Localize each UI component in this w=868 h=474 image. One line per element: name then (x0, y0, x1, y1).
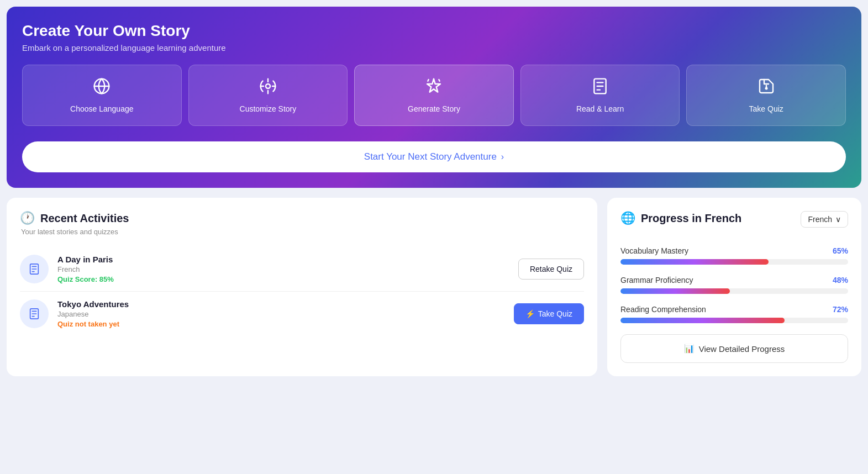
progress-label-row-2: Reading Comprehension 72% (620, 305, 848, 314)
activity-score-1: Quiz not taken yet (57, 320, 505, 328)
progress-label-0: Vocabulary Mastery (620, 246, 688, 255)
book-icon-1 (28, 308, 40, 320)
progress-item-2: Reading Comprehension 72% (620, 305, 848, 323)
activity-btn-label-0: Retake Quiz (530, 265, 572, 273)
bar-chart-icon: 📊 (684, 344, 695, 354)
activity-score-0: Quiz Score: 85% (57, 275, 509, 283)
progress-bars: Vocabulary Mastery 65% Grammar Proficien… (620, 246, 848, 323)
step-label-take-quiz: Take Quiz (749, 104, 783, 113)
activity-info-0: A Day in Paris French Quiz Score: 85% (57, 255, 509, 283)
progress-pct-0: 65% (833, 246, 848, 255)
activity-icon-wrap-1 (20, 299, 49, 328)
svg-point-7 (765, 88, 767, 89)
progress-bar-bg-1 (620, 288, 848, 294)
progress-label-1: Grammar Proficiency (620, 276, 693, 285)
view-progress-label: View Detailed Progress (699, 344, 785, 354)
step-icon-choose-language (93, 77, 111, 98)
step-icon-take-quiz (757, 77, 775, 98)
hero-title: Create Your Own Story (22, 22, 846, 40)
activity-btn-1[interactable]: ⚡ Take Quiz (514, 303, 584, 324)
step-label-customize-story: Customize Story (240, 104, 297, 113)
lightning-icon: ⚡ (525, 309, 535, 318)
activity-btn-0[interactable]: Retake Quiz (518, 259, 584, 280)
clock-icon: 🕐 (20, 211, 35, 225)
language-selector[interactable]: French ∨ (801, 211, 848, 228)
activity-btn-label-1: Take Quiz (538, 309, 572, 318)
lang-selector-label: French (808, 215, 832, 224)
progress-title-group: 🌐 Progress in French (620, 211, 741, 225)
step-icon-generate-story (425, 77, 443, 98)
progress-bar-bg-2 (620, 318, 848, 323)
activity-icon-wrap-0 (20, 255, 49, 283)
progress-bar-bg-0 (620, 259, 848, 265)
activity-lang-0: French (57, 265, 509, 273)
start-btn-chevron: › (501, 152, 504, 162)
progress-title: Progress in French (641, 212, 741, 225)
progress-label-2: Reading Comprehension (620, 305, 706, 314)
activity-title-0: A Day in Paris (57, 255, 509, 264)
step-card-take-quiz[interactable]: Take Quiz (686, 65, 846, 126)
activity-item-1: Tokyo Adventures Japanese Quiz not taken… (20, 292, 584, 336)
view-detailed-progress-button[interactable]: 📊 View Detailed Progress (620, 334, 848, 363)
progress-item-0: Vocabulary Mastery 65% (620, 246, 848, 265)
activity-lang-1: Japanese (57, 310, 505, 318)
step-card-customize-story[interactable]: Customize Story (188, 65, 348, 126)
progress-card: 🌐 Progress in French French ∨ Vocabulary… (607, 198, 861, 376)
progress-bar-fill-2 (620, 318, 785, 323)
svg-point-2 (266, 84, 270, 88)
step-icon-read-learn (591, 77, 609, 98)
progress-label-row-1: Grammar Proficiency 48% (620, 276, 848, 285)
start-btn-label: Start Your Next Story Adventure (364, 151, 497, 162)
step-icon-customize-story (259, 77, 277, 98)
recent-activities-card: 🕐 Recent Activities Your latest stories … (7, 198, 597, 376)
progress-bar-fill-1 (620, 288, 730, 294)
step-card-choose-language[interactable]: Choose Language (22, 65, 182, 126)
step-label-read-learn: Read & Learn (576, 104, 624, 113)
step-label-choose-language: Choose Language (70, 104, 133, 113)
activity-title-1: Tokyo Adventures (57, 299, 505, 309)
chevron-down-icon: ∨ (835, 215, 841, 224)
bottom-row: 🕐 Recent Activities Your latest stories … (7, 198, 861, 376)
book-icon-0 (28, 263, 40, 275)
hero-subtitle: Embark on a personalized language learni… (22, 43, 846, 52)
globe-icon: 🌐 (620, 211, 635, 225)
recent-subtitle: Your latest stories and quizzes (21, 228, 584, 236)
recent-title: Recent Activities (40, 212, 129, 225)
steps-row: Choose LanguageCustomize StoryGenerate S… (22, 65, 846, 126)
activity-item-0: A Day in Paris French Quiz Score: 85% Re… (20, 247, 584, 292)
progress-label-row-0: Vocabulary Mastery 65% (620, 246, 848, 255)
progress-pct-1: 48% (833, 276, 848, 285)
progress-header: 🌐 Progress in French French ∨ (620, 211, 848, 228)
start-adventure-button[interactable]: Start Your Next Story Adventure › (22, 141, 846, 172)
step-label-generate-story: Generate Story (408, 104, 460, 113)
recent-header: 🕐 Recent Activities (20, 211, 584, 225)
progress-spacer (620, 230, 848, 234)
step-card-generate-story[interactable]: Generate Story (354, 65, 514, 126)
progress-item-1: Grammar Proficiency 48% (620, 276, 848, 294)
activity-info-1: Tokyo Adventures Japanese Quiz not taken… (57, 299, 505, 328)
hero-section: Create Your Own Story Embark on a person… (7, 7, 861, 188)
activities-list: A Day in Paris French Quiz Score: 85% Re… (20, 247, 584, 336)
step-card-read-learn[interactable]: Read & Learn (520, 65, 680, 126)
progress-bar-fill-0 (620, 259, 769, 265)
progress-pct-2: 72% (833, 305, 848, 314)
